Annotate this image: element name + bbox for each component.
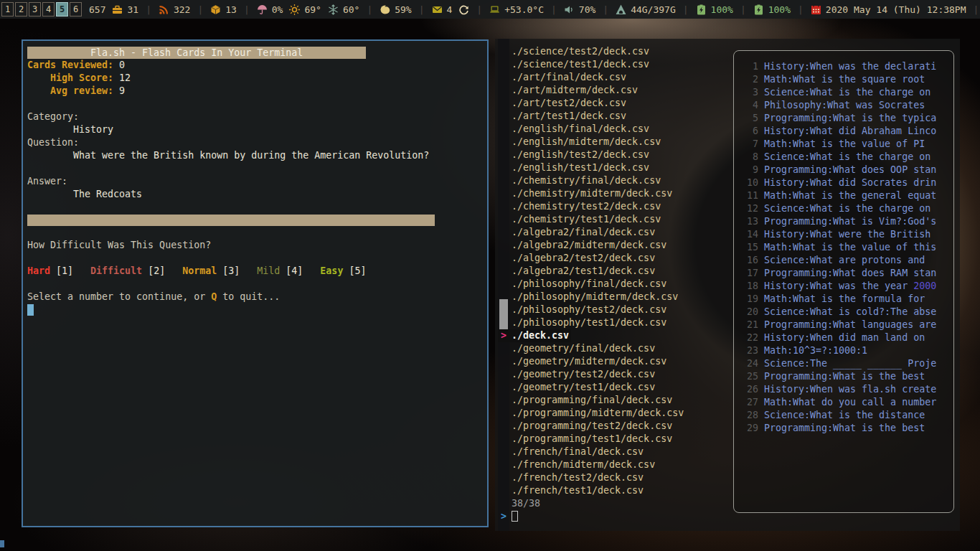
preview-line: 1History:When was the declarati xyxy=(747,60,949,73)
file-row[interactable]: ./art/midterm/deck.csv xyxy=(495,84,739,97)
file-row[interactable]: ./chemistry/final/deck.csv xyxy=(495,174,739,187)
difficulty-key: [2] xyxy=(142,265,182,276)
file-row[interactable]: ./french/midterm/deck.csv xyxy=(495,458,739,471)
fzf-file-list: ./science/test2/deck.csv./science/test1/… xyxy=(495,45,739,523)
file-row[interactable]: ./algebra2/test2/deck.csv xyxy=(495,252,739,265)
difficulty-prompt: How Difficult Was This Question? xyxy=(27,239,487,252)
calendar-icon xyxy=(811,4,821,15)
fzf-match-counter: 38/38 xyxy=(495,497,739,510)
status-segment: 4 xyxy=(432,4,453,15)
workspace-6[interactable]: 6 xyxy=(70,2,82,17)
file-path: ./geometry/test2/deck.csv xyxy=(512,369,655,380)
separator: | xyxy=(551,4,557,15)
file-row[interactable]: ./french/final/deck.csv xyxy=(495,446,739,458)
workspace-1[interactable]: 1 xyxy=(1,2,14,17)
file-row[interactable]: ./chemistry/midterm/deck.csv xyxy=(495,187,739,200)
file-path: ./philosophy/test2/deck.csv xyxy=(512,304,666,315)
file-row[interactable]: ./art/test1/deck.csv xyxy=(495,110,739,123)
separator: | xyxy=(974,4,979,15)
workspace-4[interactable]: 4 xyxy=(42,2,55,17)
stat-line: High Score: 12 xyxy=(27,72,487,85)
question-label: Question: xyxy=(27,136,487,149)
file-row[interactable]: ./science/test2/deck.csv xyxy=(495,45,739,58)
laptop-icon xyxy=(489,4,500,15)
status-value: 44G/397G xyxy=(631,4,676,15)
file-path: ./english/test1/deck.csv xyxy=(512,162,649,173)
workspace-5[interactable]: 5 xyxy=(56,2,68,17)
file-path: ./philosophy/midterm/deck.csv xyxy=(512,291,678,302)
file-row[interactable]: ./algebra2/test1/deck.csv xyxy=(495,265,739,278)
file-row[interactable]: ./english/final/deck.csv xyxy=(495,123,739,136)
file-row[interactable]: ./geometry/midterm/deck.csv xyxy=(495,355,739,368)
file-row[interactable]: ./programming/midterm/deck.csv xyxy=(495,407,739,420)
preview-line: 8Science:What is the charge on xyxy=(747,151,949,164)
file-row[interactable]: ./art/test2/deck.csv xyxy=(495,97,739,110)
file-row[interactable]: ./philosophy/midterm/deck.csv xyxy=(495,291,739,303)
preview-line: 17Programming:What does RAM stan xyxy=(747,267,949,280)
status-segment: 60° xyxy=(328,4,359,15)
file-row[interactable]: ./philosophy/final/deck.csv xyxy=(495,278,739,291)
sun-icon xyxy=(289,4,300,15)
preview-line: 26History:When was fla.sh create xyxy=(747,383,949,396)
preview-line: 28Science:What is the distance xyxy=(747,409,949,422)
preview-line: 27Math:What do you call a number xyxy=(747,396,949,409)
umbrella-icon xyxy=(257,4,268,15)
file-row[interactable]: ./chemistry/test2/deck.csv xyxy=(495,200,739,213)
flashcard-terminal-window[interactable]: Fla.sh - Flash Cards In Your Terminal Ca… xyxy=(22,39,489,527)
separator: | xyxy=(683,4,689,15)
status-segment: 44G/397G xyxy=(616,4,676,15)
stat-line: Avg review: 9 xyxy=(27,85,487,98)
status-segment: +53.0°C xyxy=(489,4,544,15)
status-segment xyxy=(458,4,469,15)
file-row[interactable]: ./programming/test1/deck.csv xyxy=(495,433,739,446)
separator: | xyxy=(740,4,746,15)
fzf-prompt-row[interactable]: > xyxy=(495,510,739,523)
quit-key: Q xyxy=(211,291,217,302)
file-path: ./geometry/midterm/deck.csv xyxy=(512,356,666,367)
file-path: ./science/test2/deck.csv xyxy=(512,46,649,57)
preview-line: 19Math:What is the formula for xyxy=(747,293,949,306)
workspace-2[interactable]: 2 xyxy=(15,2,27,17)
status-segment: 69° xyxy=(289,4,321,15)
battery-icon xyxy=(753,4,764,15)
file-row[interactable]: ./algebra2/final/deck.csv xyxy=(495,226,739,239)
file-row[interactable]: ./chemistry/test1/deck.csv xyxy=(495,213,739,226)
workspace-3[interactable]: 3 xyxy=(29,2,41,17)
file-path: ./algebra2/final/deck.csv xyxy=(512,227,655,237)
file-row[interactable]: ./geometry/final/deck.csv xyxy=(495,342,739,355)
separator: | xyxy=(244,4,250,15)
file-row[interactable]: ./philosophy/test2/deck.csv xyxy=(495,303,739,316)
file-row[interactable]: ./french/test2/deck.csv xyxy=(495,471,739,484)
deck-finder-terminal-window[interactable]: ./science/test2/deck.csv./science/test1/… xyxy=(495,39,960,531)
file-row[interactable]: ./geometry/test2/deck.csv xyxy=(495,368,739,381)
file-path: ./programming/test2/deck.csv xyxy=(512,420,672,431)
preview-line: 22History:When did man land on xyxy=(747,331,949,344)
preview-line: 16Science:What are protons and xyxy=(747,254,949,267)
file-row[interactable]: ./philosophy/test1/deck.csv xyxy=(495,316,739,329)
file-row[interactable]: ./science/test1/deck.csv xyxy=(495,58,739,71)
preview-line: 4Philosophy:What was Socrates xyxy=(747,99,949,112)
status-segment: 13 xyxy=(210,4,237,15)
status-segment: 0% xyxy=(257,4,283,15)
preview-line: 10History:What did Socrates drin xyxy=(747,176,949,189)
fzf-preview-pane: 1History:When was the declarati2Math:Wha… xyxy=(733,50,954,513)
separator: | xyxy=(603,4,608,15)
status-value: 70% xyxy=(579,4,595,15)
file-row[interactable]: ./geometry/test1/deck.csv xyxy=(495,381,739,394)
file-row[interactable]: ./english/test2/deck.csv xyxy=(495,149,739,161)
status-value: 59% xyxy=(395,4,411,15)
file-row[interactable]: ./algebra2/midterm/deck.csv xyxy=(495,239,739,252)
file-row[interactable]: ./french/test1/deck.csv xyxy=(495,484,739,497)
preview-line: 3Science:What is the charge on xyxy=(747,86,949,99)
file-row[interactable]: ./english/midterm/deck.csv xyxy=(495,136,739,149)
difficulty-normal: Normal xyxy=(182,265,217,276)
moon-icon xyxy=(380,4,390,15)
battery-icon xyxy=(696,4,707,15)
file-row[interactable]: ./programming/final/deck.csv xyxy=(495,394,739,407)
file-row[interactable]: ./programming/test2/deck.csv xyxy=(495,420,739,433)
status-segment: 31 xyxy=(112,4,138,15)
file-path: ./art/test2/deck.csv xyxy=(512,98,626,108)
file-row[interactable]: ./english/test1/deck.csv xyxy=(495,161,739,174)
file-row-selected[interactable]: >./deck.csv xyxy=(495,329,739,342)
file-row[interactable]: ./art/final/deck.csv xyxy=(495,71,739,84)
